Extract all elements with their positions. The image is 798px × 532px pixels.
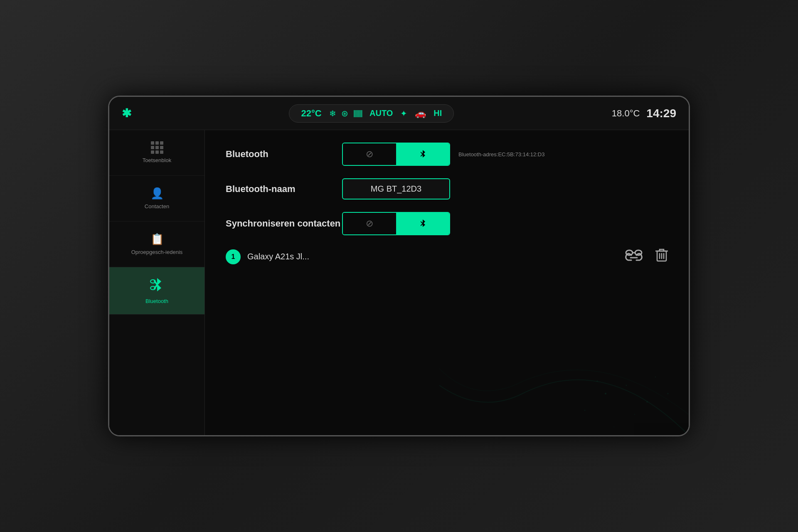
- sidebar-item-bluetooth[interactable]: Bluetooth: [109, 267, 204, 315]
- delete-device-button[interactable]: [655, 248, 668, 266]
- device-number-badge: 1: [226, 249, 241, 264]
- temp-left-value: 22°C: [301, 108, 321, 119]
- status-bar: ✱ 22°C ❄ ⊛ |||||||| AUTO ✦ 🚗 HI 18.0°C: [109, 97, 689, 130]
- clock: 14:29: [646, 107, 676, 120]
- sync-on-button[interactable]: [396, 213, 449, 234]
- svg-point-3: [626, 385, 627, 386]
- bluetooth-setting-label: Bluetooth: [226, 149, 342, 160]
- car-icon: 🚗: [415, 108, 426, 119]
- hi-text: HI: [433, 108, 442, 118]
- svg-point-9: [667, 393, 669, 394]
- car-dashboard: ✱ 22°C ❄ ⊛ |||||||| AUTO ✦ 🚗 HI 18.0°C: [0, 0, 798, 532]
- sidebar-item-keyboard[interactable]: Toetsenblok: [109, 130, 204, 176]
- grid-icon: [151, 141, 163, 154]
- sync-off-button[interactable]: ⊘: [343, 213, 396, 234]
- bluetooth-name-row: Bluetooth-naam: [226, 178, 668, 200]
- bg-wave-decoration: [439, 310, 689, 435]
- device-actions: [625, 248, 668, 266]
- svg-point-7: [634, 414, 635, 415]
- history-icon: 📋: [150, 233, 164, 246]
- sun-icon: ✦: [400, 108, 407, 118]
- fan-icon: ⊛: [341, 108, 348, 118]
- history-label: Oproepgesch-iedenis: [131, 249, 183, 256]
- bluetooth-name-label: Bluetooth-naam: [226, 184, 342, 195]
- link-device-button[interactable]: [625, 248, 643, 266]
- svg-point-12: [626, 250, 633, 255]
- status-right: 18.0°C 14:29: [612, 107, 676, 120]
- sync-toggle-group[interactable]: ⊘: [342, 212, 450, 235]
- climate-control: 22°C ❄ ⊛ |||||||| AUTO ✦ 🚗 HI: [289, 104, 454, 123]
- sidebar-item-history[interactable]: 📋 Oproepgesch-iedenis: [109, 222, 204, 267]
- bluetooth-name-input[interactable]: [342, 178, 450, 200]
- svg-point-4: [646, 401, 648, 403]
- temp-right-value: 18.0°C: [612, 108, 640, 119]
- sidebar: Toetsenblok 👤 Contacten 📋 Oproepgesch-ie…: [109, 130, 205, 435]
- contacts-icon: 👤: [150, 187, 164, 200]
- bluetooth-on-button[interactable]: [396, 143, 449, 165]
- sidebar-item-contacts[interactable]: 👤 Contacten: [109, 176, 204, 222]
- svg-point-5: [655, 377, 656, 377]
- sync-label: Synchroniseren contacten: [226, 217, 342, 230]
- device-row: 1 Galaxy A21s Jl...: [226, 248, 668, 266]
- fan-bars: ||||||||: [353, 109, 362, 118]
- content-area: Bluetooth ⊘ Bluetooth-adres:EC:5B:73:14:…: [205, 130, 689, 435]
- contacts-label: Contacten: [145, 203, 169, 210]
- screen-bezel: ✱ 22°C ❄ ⊛ |||||||| AUTO ✦ 🚗 HI 18.0°C: [108, 96, 690, 436]
- svg-point-8: [596, 380, 598, 382]
- status-left: ✱: [122, 106, 131, 120]
- sync-contacts-row: Synchroniseren contacten ⊘: [226, 212, 668, 235]
- bluetooth-address: Bluetooth-adres:EC:5B:73:14:12:D3: [458, 151, 544, 158]
- bluetooth-off-button[interactable]: ⊘: [343, 143, 396, 165]
- bluetooth-sidebar-icon: [150, 276, 165, 295]
- main-content: Toetsenblok 👤 Contacten 📋 Oproepgesch-ie…: [109, 130, 689, 435]
- keyboard-label: Toetsenblok: [143, 157, 171, 164]
- svg-point-6: [584, 410, 586, 411]
- infotainment-screen: ✱ 22°C ❄ ⊛ |||||||| AUTO ✦ 🚗 HI 18.0°C: [109, 97, 689, 435]
- snowflake-icon: ❄: [329, 108, 336, 118]
- climate-icons: ❄ ⊛ ||||||||: [329, 108, 362, 118]
- bluetooth-toggle-row: Bluetooth ⊘ Bluetooth-adres:EC:5B:73:14:…: [226, 143, 668, 166]
- svg-point-10: [613, 426, 614, 427]
- device-name-label: Galaxy A21s Jl...: [247, 252, 309, 261]
- svg-point-13: [635, 250, 642, 255]
- bluetooth-label: Bluetooth: [145, 298, 168, 305]
- svg-point-2: [605, 393, 606, 394]
- bluetooth-header-icon: ✱: [122, 106, 131, 120]
- auto-text: AUTO: [369, 108, 393, 118]
- bluetooth-toggle-group[interactable]: ⊘: [342, 143, 450, 166]
